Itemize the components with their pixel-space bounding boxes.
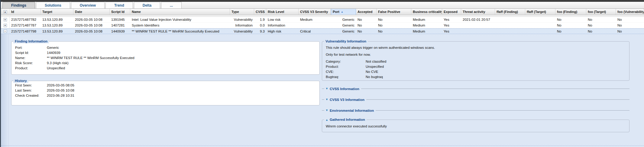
column-header-ffaff_target[interactable]: ffaff (Target) <box>525 9 555 15</box>
cell-ffaff_target <box>525 29 555 34</box>
findings-table-body: +215727148778213.53.120.892026-03-05 10:… <box>1 17 644 34</box>
column-header-label: CVSS <box>256 10 265 14</box>
expand-all-icon[interactable]: + <box>4 10 7 14</box>
finding-information-legend: Finding Information <box>13 39 49 43</box>
column-header-cvss_v3_severity[interactable]: CVSS V3 Severity <box>299 9 331 15</box>
table-row[interactable]: −215727148779813.53.120.892026-03-05 10:… <box>1 28 644 34</box>
column-header-label: Business criticality <box>413 10 442 14</box>
field-row: Bugtraq:No bugtraq <box>326 74 626 80</box>
section-line <box>376 110 629 111</box>
field-label: Risk Score: <box>15 61 47 66</box>
expand-row-icon[interactable]: + <box>4 24 7 27</box>
section-dash <box>322 110 324 111</box>
tab-more[interactable]: ... <box>161 2 182 8</box>
section-environmental-information[interactable]: ▼Environmental Information <box>322 108 629 112</box>
cell-cvss: 9.3 <box>254 29 266 34</box>
section-line <box>366 99 629 100</box>
expanded-row-gutter <box>1 34 9 147</box>
column-header-foo_vulnerability[interactable]: foo (Vulnerability) <box>616 9 644 15</box>
gathered-information-panel: ▲Gathered InformationWinrm connector exe… <box>322 120 629 132</box>
cell-script_id: 1391945 <box>110 17 130 22</box>
column-header-ffaff_finding[interactable]: ffaff (Finding) <box>495 9 525 15</box>
panel-paragraph: Only for test network for now. <box>326 52 626 57</box>
column-header-label: Script Id <box>111 10 125 14</box>
column-header-label: Type <box>231 10 239 14</box>
cell-script_id: 1440939 <box>110 29 130 34</box>
column-header-threat_activity[interactable]: Threat activity <box>461 9 495 15</box>
section-dash <box>322 99 324 100</box>
table-row[interactable]: +215727148778213.53.120.892026-03-05 10:… <box>1 17 644 23</box>
cell-date: 2026-03-05 10:08 <box>73 23 110 28</box>
column-header-label: ffaff (Finding) <box>497 10 518 14</box>
column-header-name[interactable]: Name <box>130 9 230 15</box>
tab-solutions[interactable]: Solutions <box>36 2 70 8</box>
cell-port: Generic <box>331 17 356 22</box>
cell-foo_vulnerability: No <box>616 17 644 22</box>
field-row: Port:Generic <box>15 45 316 50</box>
cell-name: ** WINRM TEST RULE ** WinRM Successfully… <box>130 29 230 34</box>
panel-title: History <box>15 79 27 83</box>
column-header-accepted[interactable]: Accepted <box>356 9 377 15</box>
section-title: CVSS V3 Information <box>330 98 364 102</box>
field-row: Script Id:1440939 <box>15 50 316 55</box>
column-header-foo_finding[interactable]: foo (Finding) <box>555 9 586 15</box>
section-cvss-v3-information[interactable]: ▼CVSS V3 Information <box>322 98 629 102</box>
collapse-row-icon[interactable]: − <box>4 30 7 33</box>
column-header-type[interactable]: Type <box>230 9 254 15</box>
cell-foo_finding: No <box>555 23 586 28</box>
tab-delta[interactable]: Delta <box>134 2 160 8</box>
table-row[interactable]: +215727148778713.53.120.892026-03-05 10:… <box>1 23 644 28</box>
section-cvss-information[interactable]: ▼CVSS Information <box>322 87 629 91</box>
cell-risk_level: Information <box>266 23 299 28</box>
cell-risk_level: High risk <box>266 29 299 34</box>
tab-overview[interactable]: Overview <box>71 2 105 8</box>
cell-id: 2157271487798 <box>10 29 41 34</box>
cell-target: 13.53.120.89 <box>41 23 73 28</box>
section-title: CVSS Information <box>330 87 359 91</box>
column-header-port[interactable]: Port▲ <box>331 9 356 15</box>
column-header-cvss[interactable]: CVSS <box>254 9 266 15</box>
section-collapsed-icon[interactable]: ▼ <box>325 87 328 90</box>
field-row: CVE:No CVE <box>326 69 626 74</box>
column-header-foo_target[interactable]: foo (Target) <box>586 9 616 15</box>
cell-ffaff_finding <box>495 23 525 28</box>
field-row: Name:** WINRM TEST RULE ** WinRM Success… <box>15 55 316 61</box>
cell-ffaff_finding <box>495 29 525 34</box>
cell-foo_target: No <box>586 23 616 28</box>
section-line <box>361 89 629 89</box>
expand-row-icon[interactable]: + <box>4 18 7 21</box>
cell-accepted: No <box>356 29 377 34</box>
cell-threat_activity <box>461 29 495 34</box>
vulnerability-information-legend: Vulnerability Information <box>324 39 368 43</box>
section-collapsed-icon[interactable]: ▼ <box>325 109 328 112</box>
cell-foo_target: No <box>586 29 616 34</box>
tab-trend[interactable]: Trend <box>105 2 133 8</box>
column-header-label: foo (Vulnerability) <box>617 10 644 14</box>
expanded-finding-detail: Finding InformationPort:GenericScript Id… <box>1 34 644 147</box>
field-value: Unspecified <box>47 66 65 71</box>
field-value: Generic <box>47 45 59 50</box>
tab-findings[interactable]: Findings <box>2 2 35 8</box>
column-header-id[interactable]: Id <box>10 9 41 15</box>
column-header-exposed[interactable]: Exposed <box>442 9 461 15</box>
field-row: Risk Score:9.3 (High risk) <box>15 61 316 66</box>
column-header-expander[interactable]: + <box>1 9 10 15</box>
column-header-label: Exposed <box>444 10 458 14</box>
cell-accepted: No <box>356 23 377 28</box>
column-header-date[interactable]: Date <box>73 9 110 15</box>
cell-script_id: 1407281 <box>110 23 130 28</box>
section-expanded-icon[interactable]: ▲ <box>325 118 328 121</box>
column-header-target[interactable]: Target <box>41 9 73 15</box>
cell-accepted: No <box>356 17 377 22</box>
section-collapsed-icon[interactable]: ▼ <box>325 98 328 101</box>
column-header-script_id[interactable]: Script Id <box>110 9 130 15</box>
column-header-risk_level[interactable]: Risk Level <box>266 9 299 15</box>
field-label: Category: <box>326 59 366 64</box>
column-header-false_positive[interactable]: False Positive <box>377 9 411 15</box>
findings-table-header: +IdTargetDateScript IdNameTypeCVSSRisk L… <box>1 9 644 15</box>
column-header-business_criticality[interactable]: Business criticality <box>411 9 442 15</box>
cell-foo_vulnerability: No <box>616 29 644 34</box>
panel-title: Gathered Information <box>330 118 365 121</box>
cell-cvss: 0.0 <box>254 23 266 28</box>
column-header-label: Port <box>333 10 339 14</box>
